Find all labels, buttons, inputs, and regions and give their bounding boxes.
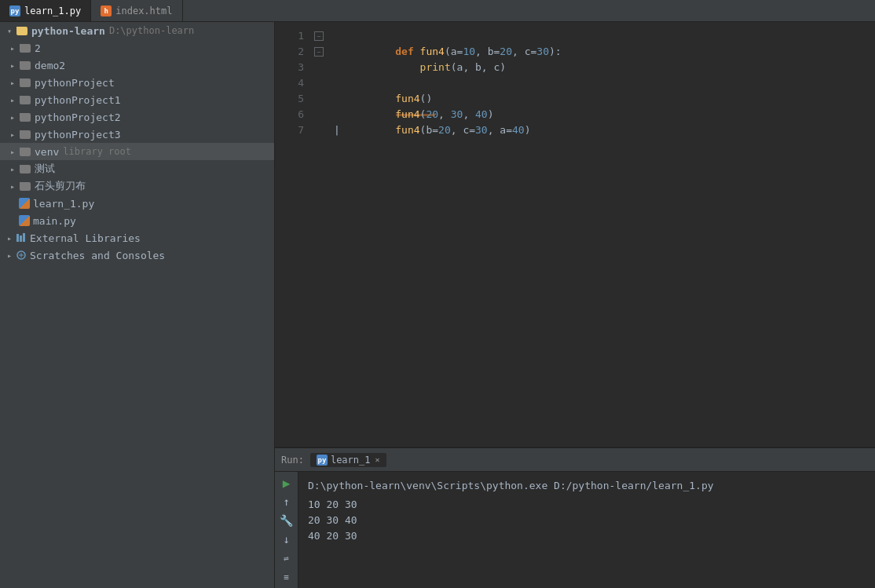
scratches-label: Scratches and Consoles [30, 250, 165, 261]
tab-learn-1[interactable]: py learn_1.py [0, 0, 91, 21]
folder-2-arrow [6, 42, 19, 54]
run-tab-close-btn[interactable]: ✕ [375, 455, 379, 464]
sidebar-item-learn1py[interactable]: learn_1.py [0, 195, 274, 212]
sidebar-item-demo2[interactable]: demo2 [0, 57, 274, 74]
folder-ceshi-arrow [6, 163, 19, 175]
folder-pp-arrow [6, 76, 19, 89]
code-line-6: fun4(b=20, c=30, a=40) [334, 107, 875, 122]
folder-shitou-icon [19, 180, 31, 192]
folder-pp-icon [19, 76, 31, 89]
ext-lib-arrow [3, 232, 16, 244]
sidebar-item-pythonproject1[interactable]: pythonProject1 [0, 91, 274, 108]
html-icon: h [101, 5, 112, 16]
run-py-icon: py [317, 455, 328, 466]
folder-shitou-arrow [6, 180, 19, 192]
run-wrap-button[interactable]: ⇌ [278, 550, 295, 566]
code-editor[interactable]: 1 2 3 4 5 6 7 − − [275, 22, 875, 447]
ext-lib-icon [16, 232, 27, 243]
project-folder-icon [16, 24, 28, 37]
project-arrow [3, 24, 16, 37]
folder-demo2-arrow [6, 59, 19, 71]
learn1py-icon [19, 198, 30, 209]
learn1py-label: learn_1.py [33, 198, 94, 210]
sidebar-item-mainpy[interactable]: main.py [0, 212, 274, 229]
run-command-line: D:\python-learn\venv\Scripts\python.exe … [308, 478, 866, 494]
code-content[interactable]: def fun4(a=10, b=20, c=30): print(a, b, … [326, 22, 875, 447]
run-toolbar: ▶ ↑ 🔧 ↓ ⇌ ≡ [275, 472, 298, 588]
folder-pp-label: pythonProject [35, 77, 115, 89]
sidebar-item-pythonproject3[interactable]: pythonProject3 [0, 126, 274, 143]
sidebar-item-shitou[interactable]: 石头剪刀布 [0, 177, 274, 195]
code-line-5: fun4(20, 30, 40) [334, 91, 875, 107]
run-up-button[interactable]: ↑ [278, 494, 295, 509]
sidebar-item-pythonproject[interactable]: pythonProject [0, 74, 274, 91]
folder-demo2-label: demo2 [35, 60, 65, 71]
folder-pp1-icon [19, 93, 31, 106]
tab-index-html[interactable]: h index.html [91, 0, 182, 21]
fold-indicators: − − [310, 22, 326, 447]
svg-rect-0 [16, 234, 19, 242]
run-panel: Run: py learn_1 ✕ ▶ ↑ 🔧 ↓ ⇌ ≡ [275, 447, 875, 588]
run-wrench-button[interactable]: 🔧 [278, 513, 295, 528]
folder-ceshi-label: 测试 [35, 162, 55, 176]
code-line-7 [334, 122, 875, 138]
folder-pp3-label: pythonProject3 [35, 129, 121, 141]
folder-venv-label: venv [35, 146, 59, 158]
code-line-3 [334, 60, 875, 75]
tab-index-html-label: index.html [115, 5, 172, 16]
sidebar-item-2[interactable]: 2 [0, 39, 274, 57]
run-scroll-button[interactable]: ≡ [278, 569, 295, 585]
run-tab-label: learn_1 [331, 455, 371, 466]
code-line-2: print(a, b, c) [334, 44, 875, 60]
folder-pp2-label: pythonProject2 [35, 111, 121, 123]
sidebar-item-ceshi[interactable]: 测试 [0, 160, 274, 177]
run-down-button[interactable]: ↓ [278, 531, 295, 547]
ext-lib-label: External Libraries [30, 232, 141, 244]
svg-rect-2 [23, 233, 25, 242]
fold-1[interactable]: − [314, 31, 324, 41]
svg-rect-1 [20, 236, 22, 242]
run-output-line-1: 10 20 30 [308, 497, 866, 513]
folder-pp1-arrow [6, 93, 19, 106]
folder-pp2-icon [19, 111, 31, 123]
editor-area: 1 2 3 4 5 6 7 − − [275, 22, 875, 588]
sidebar-item-scratches[interactable]: Scratches and Consoles [0, 247, 274, 264]
sidebar-item-venv[interactable]: venv library root [0, 143, 274, 160]
run-label: Run: [281, 455, 304, 466]
folder-pp3-icon [19, 128, 31, 141]
folder-venv-arrow [6, 145, 19, 158]
project-name: python-learn [31, 25, 105, 37]
folder-pp2-arrow [6, 111, 19, 123]
folder-venv-icon [19, 145, 31, 158]
scratches-arrow [3, 249, 16, 261]
folder-ceshi-icon [19, 163, 31, 175]
folder-venv-badge: library root [63, 146, 131, 157]
fold-2[interactable]: − [314, 47, 324, 57]
folder-shitou-label: 石头剪刀布 [35, 179, 86, 193]
run-tab-learn1[interactable]: py learn_1 ✕ [310, 453, 386, 467]
py-icon: py [9, 5, 20, 16]
mainpy-label: main.py [33, 215, 76, 227]
tab-learn-1-label: learn_1.py [24, 5, 81, 16]
folder-pp1-label: pythonProject1 [35, 94, 121, 106]
project-root[interactable]: python-learn D:\python-learn [0, 22, 274, 39]
code-line-1: def fun4(a=10, b=20, c=30): [334, 28, 875, 44]
folder-demo2-icon [19, 59, 31, 71]
run-output-line-3: 40 20 30 [308, 528, 866, 544]
run-output: D:\python-learn\venv\Scripts\python.exe … [298, 472, 875, 588]
run-tab-bar: Run: py learn_1 ✕ [275, 448, 875, 472]
sidebar-item-external-libraries[interactable]: External Libraries [0, 229, 274, 247]
scratches-icon [16, 250, 27, 261]
mainpy-icon [19, 215, 30, 226]
folder-pp3-arrow [6, 128, 19, 141]
code-line-4: fun4() [334, 75, 875, 91]
run-content: ▶ ↑ 🔧 ↓ ⇌ ≡ D:\python-learn\venv\Scripts… [275, 472, 875, 588]
tab-bar: py learn_1.py h index.html [0, 0, 875, 22]
run-play-button[interactable]: ▶ [278, 475, 295, 491]
main-area: python-learn D:\python-learn 2 demo2 pyt… [0, 22, 875, 588]
project-path: D:\python-learn [109, 25, 194, 36]
sidebar-item-pythonproject2[interactable]: pythonProject2 [0, 108, 274, 126]
folder-2-label: 2 [35, 42, 41, 54]
run-output-line-2: 20 30 40 [308, 513, 866, 528]
folder-2-icon [19, 42, 31, 54]
